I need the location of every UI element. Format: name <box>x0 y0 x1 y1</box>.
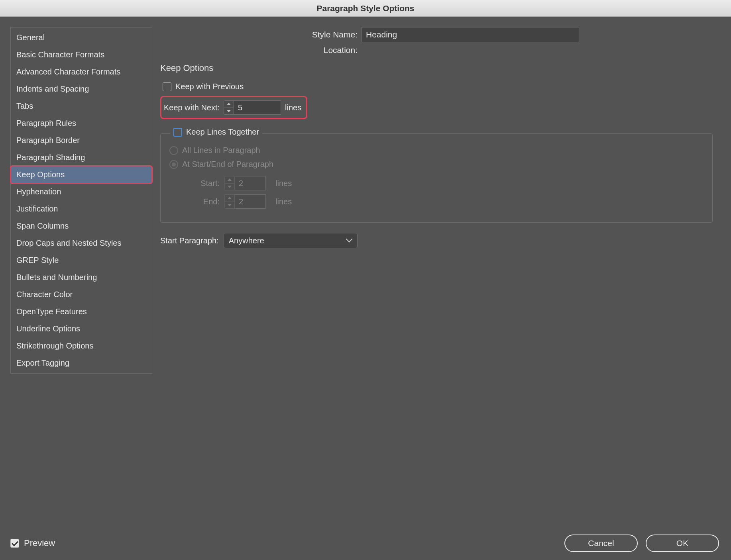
keep-with-next-label: Keep with Next: <box>164 103 220 112</box>
sidebar-item-advanced-character-formats[interactable]: Advanced Character Formats <box>11 63 152 80</box>
sidebar-item-keep-options[interactable]: Keep Options <box>11 166 152 183</box>
sidebar-item-indents-and-spacing[interactable]: Indents and Spacing <box>11 80 152 98</box>
start-paragraph-label: Start Paragraph: <box>160 236 219 245</box>
location-label: Location: <box>160 45 362 55</box>
dialog-title: Paragraph Style Options <box>0 0 731 17</box>
at-start-end-radio[interactable] <box>169 160 178 169</box>
sidebar-item-hyphenation[interactable]: Hyphenation <box>11 183 152 200</box>
end-input[interactable] <box>235 194 266 209</box>
ok-button[interactable]: OK <box>646 535 719 552</box>
start-paragraph-value: Anywhere <box>229 236 264 245</box>
sidebar-item-basic-character-formats[interactable]: Basic Character Formats <box>11 46 152 63</box>
keep-with-next-stepper[interactable] <box>224 100 234 115</box>
end-label: End: <box>169 197 224 206</box>
at-start-end-label: At Start/End of Paragraph <box>182 160 273 169</box>
style-name-input[interactable] <box>362 27 579 42</box>
stepper-down-icon[interactable] <box>225 184 234 190</box>
sidebar-item-tabs[interactable]: Tabs <box>11 98 152 115</box>
stepper-up-icon[interactable] <box>225 195 234 202</box>
sidebar-item-paragraph-rules[interactable]: Paragraph Rules <box>11 115 152 132</box>
stepper-down-icon[interactable] <box>224 108 234 115</box>
sidebar-item-justification[interactable]: Justification <box>11 200 152 217</box>
start-stepper[interactable] <box>224 176 235 190</box>
keep-with-previous-checkbox[interactable] <box>163 82 171 91</box>
stepper-down-icon[interactable] <box>225 202 234 209</box>
sidebar-item-grep-style[interactable]: GREP Style <box>11 252 152 269</box>
chevron-down-icon <box>347 238 352 243</box>
section-title: Keep Options <box>160 63 713 73</box>
keep-with-next-suffix: lines <box>285 103 301 112</box>
sidebar-item-strikethrough-options[interactable]: Strikethrough Options <box>11 337 152 354</box>
sidebar-item-general[interactable]: General <box>11 29 152 46</box>
preview-checkbox[interactable] <box>10 539 19 548</box>
sidebar-item-opentype-features[interactable]: OpenType Features <box>11 303 152 320</box>
keep-lines-together-label: Keep Lines Together <box>186 127 259 137</box>
start-paragraph-select[interactable]: Anywhere <box>224 233 358 248</box>
start-label: Start: <box>169 179 224 188</box>
stepper-up-icon[interactable] <box>224 101 234 108</box>
sidebar-item-underline-options[interactable]: Underline Options <box>11 320 152 337</box>
end-suffix: lines <box>275 197 292 206</box>
all-lines-radio[interactable] <box>169 146 178 155</box>
sidebar-item-bullets-and-numbering[interactable]: Bullets and Numbering <box>11 269 152 286</box>
end-stepper[interactable] <box>224 194 235 209</box>
sidebar-item-paragraph-border[interactable]: Paragraph Border <box>11 132 152 149</box>
stepper-up-icon[interactable] <box>225 176 234 184</box>
preview-label: Preview <box>24 538 55 548</box>
keep-with-next-input[interactable] <box>234 100 281 115</box>
sidebar-item-drop-caps[interactable]: Drop Caps and Nested Styles <box>11 235 152 252</box>
sidebar-item-span-columns[interactable]: Span Columns <box>11 217 152 235</box>
sidebar-item-paragraph-shading[interactable]: Paragraph Shading <box>11 149 152 166</box>
sidebar-item-character-color[interactable]: Character Color <box>11 286 152 303</box>
cancel-button[interactable]: Cancel <box>564 535 638 552</box>
sidebar-item-export-tagging[interactable]: Export Tagging <box>11 354 152 372</box>
keep-with-previous-label: Keep with Previous <box>175 82 244 91</box>
category-sidebar: General Basic Character Formats Advanced… <box>10 27 152 374</box>
start-suffix: lines <box>275 179 292 188</box>
keep-lines-together-checkbox[interactable] <box>173 128 182 137</box>
all-lines-label: All Lines in Paragraph <box>182 146 260 155</box>
style-name-label: Style Name: <box>160 30 362 39</box>
start-input[interactable] <box>235 176 266 190</box>
keep-with-next-highlight: Keep with Next: lines <box>160 96 307 119</box>
